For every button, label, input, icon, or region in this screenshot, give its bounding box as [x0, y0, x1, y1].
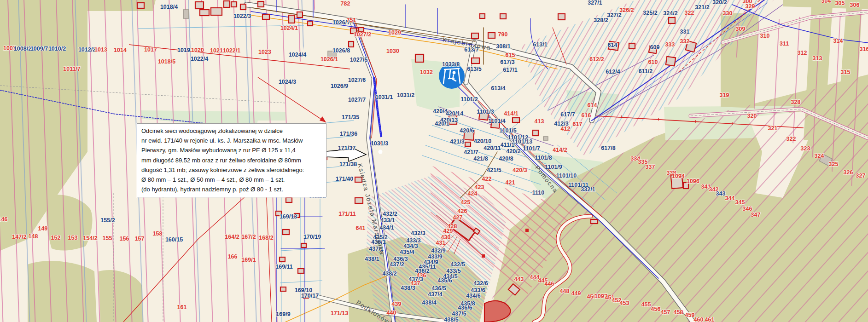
annotation-line: mm długość 89,52 mb oraz z rur żeliwo sf…	[141, 155, 322, 165]
annotation-line: nr ewid. 171/40 w rejonie ul. ks. J. Mar…	[141, 136, 322, 145]
annotation-line: Ø 80 mm – 1 szt., Ø 50 mm – 4 szt., Ø 80…	[141, 175, 322, 184]
annotation-line: (do hydrantu), hydrant nadziemny p. poż …	[141, 184, 322, 194]
map-stage[interactable]: 10071008/21009/71010/21012/2101310141011…	[0, 0, 868, 322]
annotation-line: Odcinek sieci wodociągowej zlokalizowane…	[141, 126, 322, 136]
annotation-line: długość 1,31 mb; zasuwy kołnierzowe z że…	[141, 165, 322, 175]
parcel-strips-layer	[0, 0, 868, 322]
annotation-box[interactable]: Odcinek sieci wodociągowej zlokalizowane…	[137, 123, 326, 197]
annotation-line: Pierwszy, gm. Masłów wybudowaną z rur PE…	[141, 145, 322, 155]
map-canvas	[0, 0, 868, 322]
playground-marker[interactable]	[439, 63, 465, 89]
direction-arrow	[326, 146, 366, 161]
